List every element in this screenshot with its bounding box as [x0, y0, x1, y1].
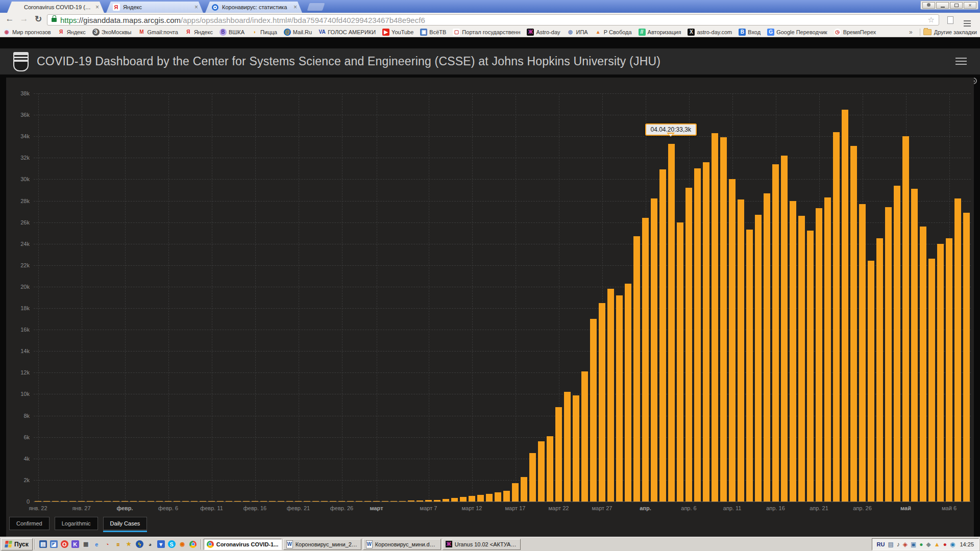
browser-tab[interactable]: Coronavirus COVID-19 (2019×	[7, 2, 104, 13]
ql-desktop-icon[interactable]: ▤	[38, 539, 48, 549]
tray-network-icon[interactable]: ▣	[911, 541, 916, 547]
tray-firewall-icon[interactable]: ▲	[934, 541, 940, 547]
daily-cases-bar[interactable]	[382, 501, 388, 502]
daily-cases-bar[interactable]	[425, 500, 431, 502]
daily-cases-bar[interactable]	[599, 303, 605, 502]
bookmark-item[interactable]: Xastro-day.com	[688, 29, 732, 36]
daily-cases-bar[interactable]	[451, 498, 457, 502]
daily-cases-bar[interactable]	[260, 501, 266, 502]
bookmark-item[interactable]: //Авторизация	[639, 29, 681, 36]
daily-cases-bar[interactable]	[243, 501, 249, 502]
daily-cases-bar[interactable]	[581, 371, 587, 502]
ql-ie-icon[interactable]: e	[92, 539, 102, 549]
daily-cases-bar[interactable]	[807, 231, 813, 502]
daily-cases-bar[interactable]	[191, 501, 197, 502]
daily-cases-bar[interactable]	[226, 501, 232, 502]
ql-shield-icon[interactable]: ▼	[156, 539, 166, 549]
daily-cases-bar[interactable]	[443, 499, 449, 502]
ql-opera-icon[interactable]: O	[60, 539, 69, 549]
daily-cases-bar[interactable]	[625, 284, 631, 502]
daily-cases-bar[interactable]	[295, 501, 301, 502]
bookmark-item[interactable]: @Mail.Ru	[284, 29, 312, 36]
daily-cases-bar[interactable]	[347, 501, 353, 502]
ql-lightning-icon[interactable]: ϟ	[135, 539, 144, 549]
minimize-button[interactable]	[936, 2, 949, 9]
ql-browser-icon[interactable]: ◔	[103, 539, 112, 549]
daily-cases-bar[interactable]	[790, 201, 796, 502]
daily-cases-bar[interactable]	[512, 483, 518, 502]
bookmarks-overflow-chevron[interactable]: »	[905, 29, 917, 36]
daily-cases-bar[interactable]	[373, 501, 379, 502]
tab-close-icon[interactable]: ×	[193, 4, 199, 11]
daily-cases-bar[interactable]	[885, 207, 891, 502]
ql-badge-icon[interactable]: ★	[124, 539, 134, 549]
daily-cases-bar[interactable]	[364, 501, 371, 502]
daily-cases-bar[interactable]	[87, 501, 93, 502]
daily-cases-bar[interactable]	[35, 501, 41, 502]
bookmark-item[interactable]: ВВход	[739, 29, 761, 36]
daily-cases-bar[interactable]	[564, 392, 570, 502]
bookmark-item[interactable]: VAГОЛОС АМЕРИКИ	[318, 29, 376, 36]
start-button[interactable]: Пуск	[1, 538, 33, 550]
daily-cases-bar[interactable]	[720, 137, 726, 502]
tray-volume-icon[interactable]: ♪	[897, 541, 900, 547]
daily-cases-bar[interactable]	[434, 500, 440, 502]
daily-cases-bar[interactable]	[95, 501, 102, 502]
daily-cases-bar[interactable]	[69, 501, 76, 502]
bookmark-item[interactable]: ▢Портал государственн	[453, 29, 520, 36]
ql-calendar-icon[interactable]: ▦	[81, 539, 91, 549]
menu-icon[interactable]	[964, 16, 972, 23]
daily-cases-bar[interactable]	[798, 216, 804, 502]
daily-cases-bar[interactable]	[356, 501, 362, 502]
daily-cases-bar[interactable]	[148, 501, 154, 502]
daily-cases-bar[interactable]	[946, 238, 952, 502]
daily-cases-bar[interactable]	[659, 169, 666, 502]
daily-cases-bar[interactable]	[104, 501, 110, 502]
bookmark-item[interactable]: ЖAstro-day	[527, 29, 560, 36]
daily-cases-bar[interactable]	[312, 501, 318, 502]
chart-tab-daily-cases[interactable]: Daily Cases	[103, 517, 148, 530]
daily-cases-bar[interactable]	[61, 501, 67, 502]
ql-camera-icon[interactable]: ◕	[145, 539, 155, 549]
daily-cases-bar[interactable]	[217, 501, 223, 502]
daily-cases-bar[interactable]	[902, 136, 909, 502]
daily-cases-bar[interactable]	[200, 501, 206, 502]
tab-close-icon[interactable]: ×	[94, 4, 100, 11]
tray-display-icon[interactable]: ▤	[888, 541, 893, 547]
task-button[interactable]: WКороновирус_мини.doc ...	[363, 539, 441, 550]
daily-cases-bar[interactable]	[521, 477, 527, 502]
daily-cases-bar[interactable]	[139, 501, 145, 502]
forward-button[interactable]: →	[17, 14, 31, 24]
reload-button[interactable]: ↻	[32, 14, 45, 24]
daily-cases-bar[interactable]	[78, 501, 84, 502]
daily-cases-bar[interactable]	[928, 259, 935, 502]
daily-cases-bar[interactable]	[677, 222, 683, 502]
daily-cases-bar[interactable]	[529, 453, 535, 502]
bookmark-item[interactable]: ЭЭхоМосквы	[92, 29, 132, 36]
task-button[interactable]: Coronavirus COVID-1...	[204, 539, 282, 550]
daily-cases-bar[interactable]	[703, 162, 709, 502]
daily-cases-bar[interactable]	[937, 244, 943, 502]
daily-cases-bar[interactable]	[954, 198, 961, 502]
daily-cases-bar[interactable]	[234, 501, 240, 502]
daily-cases-bar[interactable]	[920, 227, 926, 502]
bookmark-item[interactable]: ▶YouTube	[382, 29, 413, 36]
daily-cases-bar[interactable]	[416, 500, 423, 502]
bookmark-item[interactable]: GGoogle Переводчик	[767, 29, 827, 36]
bookmark-star-icon[interactable]: ☆	[928, 15, 935, 24]
daily-cases-bar[interactable]	[868, 261, 874, 502]
daily-cases-bar[interactable]	[963, 213, 969, 502]
task-button[interactable]: ЖUranus 10.02 <АКТУАЛ...	[443, 539, 521, 550]
daily-cases-bar[interactable]	[469, 496, 475, 502]
daily-cases-bar[interactable]	[495, 492, 501, 502]
new-tab-button[interactable]	[307, 3, 325, 11]
bookmark-item[interactable]: ◗Пицца	[251, 29, 277, 36]
daily-cases-bar[interactable]	[113, 501, 119, 502]
maximize-button[interactable]	[950, 2, 963, 9]
daily-cases-bar[interactable]	[816, 208, 822, 502]
daily-cases-bar[interactable]	[269, 501, 275, 502]
daily-cases-bar[interactable]	[573, 395, 579, 502]
ql-firefox-icon[interactable]: ◉	[178, 539, 187, 549]
bookmark-item[interactable]: ◷ВремяПерех	[834, 29, 876, 36]
browser-tab[interactable]: ЯЯндекс×	[106, 2, 203, 13]
